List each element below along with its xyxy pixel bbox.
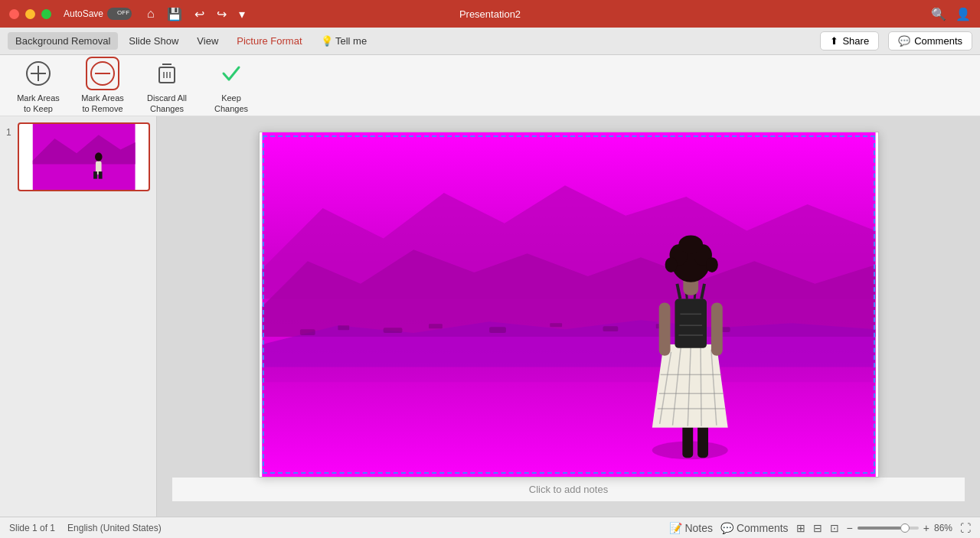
mark-remove-icon bbox=[86, 57, 119, 90]
more-icon[interactable]: ▾ bbox=[239, 7, 245, 21]
menu-background-removal[interactable]: Background Removal bbox=[8, 32, 118, 50]
svg-rect-42 bbox=[675, 299, 707, 348]
canvas-area: Click to add notes bbox=[157, 116, 980, 517]
discard-icon bbox=[150, 57, 184, 90]
zoom-slider-thumb[interactable] bbox=[900, 523, 910, 533]
slide-number: 1 bbox=[6, 122, 11, 138]
svg-rect-15 bbox=[98, 171, 102, 179]
account-icon[interactable]: 👤 bbox=[956, 7, 971, 21]
slide-thumbnail[interactable] bbox=[18, 122, 150, 191]
svg-rect-50 bbox=[658, 303, 670, 356]
notes-button[interactable]: 📝 Notes bbox=[669, 522, 713, 534]
lightbulb-icon: 💡 bbox=[321, 35, 333, 47]
svg-point-58 bbox=[706, 257, 718, 272]
svg-rect-27 bbox=[603, 326, 618, 331]
svg-point-12 bbox=[95, 152, 103, 161]
svg-rect-25 bbox=[489, 327, 506, 333]
comment-icon: 💬 bbox=[898, 35, 910, 47]
statusbar: Slide 1 of 1 English (United States) 📝 N… bbox=[0, 517, 980, 538]
autosave-control: AutoSave bbox=[64, 8, 132, 20]
minimize-button[interactable] bbox=[25, 9, 35, 19]
view-grid-icon[interactable]: ⊟ bbox=[813, 522, 822, 534]
fit-page-icon[interactable]: ⛶ bbox=[960, 522, 971, 534]
mark-keep-label: Mark Areasto Keep bbox=[17, 93, 60, 113]
comments-button[interactable]: 💬 Comments bbox=[888, 31, 972, 51]
svg-rect-20 bbox=[262, 367, 875, 477]
share-button[interactable]: ⬆ Share bbox=[820, 31, 879, 51]
svg-rect-23 bbox=[383, 328, 402, 333]
view-normal-icon[interactable]: ⊞ bbox=[796, 522, 805, 534]
zoom-level: 86% bbox=[934, 523, 952, 533]
tool-discard[interactable]: Discard AllChanges bbox=[144, 57, 190, 113]
zoom-slider[interactable] bbox=[858, 527, 919, 530]
tool-mark-keep[interactable]: Mark Areasto Keep bbox=[15, 57, 61, 113]
zoom-out-icon[interactable]: − bbox=[847, 522, 853, 534]
svg-point-57 bbox=[665, 257, 677, 272]
menu-slide-show[interactable]: Slide Show bbox=[121, 32, 186, 50]
maximize-button[interactable] bbox=[41, 9, 51, 19]
svg-line-37 bbox=[701, 347, 701, 426]
titlebar: AutoSave ⌂ 💾 ↩ ↪ ▾ Presentation2 🔍 👤 bbox=[0, 0, 980, 28]
language-info: English (United States) bbox=[67, 523, 162, 533]
slide-canvas[interactable] bbox=[259, 132, 879, 478]
window-title: Presentation2 bbox=[459, 8, 521, 20]
zoom-in-icon[interactable]: + bbox=[923, 522, 929, 534]
window-controls[interactable] bbox=[9, 9, 51, 19]
titlebar-nav-icons: ⌂ 💾 ↩ ↪ ▾ bbox=[147, 7, 245, 21]
zoom-slider-fill bbox=[858, 527, 902, 530]
slide-content bbox=[260, 132, 878, 477]
menu-tell-me[interactable]: 💡 Tell me bbox=[313, 32, 375, 50]
svg-rect-51 bbox=[710, 303, 722, 356]
main-area: 1 bbox=[0, 116, 980, 517]
svg-rect-22 bbox=[338, 325, 349, 330]
titlebar-right: 🔍 👤 bbox=[931, 7, 971, 21]
svg-rect-24 bbox=[429, 324, 443, 328]
undo-icon[interactable]: ↩ bbox=[194, 7, 204, 21]
save-icon[interactable]: 💾 bbox=[167, 7, 182, 21]
home-icon[interactable]: ⌂ bbox=[147, 7, 155, 21]
zoom-control: − + 86% bbox=[847, 522, 952, 534]
search-icon[interactable]: 🔍 bbox=[931, 7, 946, 21]
redo-icon[interactable]: ↪ bbox=[217, 7, 227, 21]
statusbar-right: 📝 Notes 💬 Comments ⊞ ⊟ ⊡ − + 86% ⛶ bbox=[669, 522, 971, 534]
menubar-right: ⬆ Share 💬 Comments bbox=[820, 31, 972, 51]
comments-status-button[interactable]: 💬 Comments bbox=[720, 522, 789, 534]
discard-label: Discard AllChanges bbox=[147, 93, 187, 113]
tool-mark-remove[interactable]: Mark Areasto Remove bbox=[80, 57, 126, 113]
slide-info: Slide 1 of 1 bbox=[9, 523, 55, 533]
slide-image bbox=[260, 132, 878, 477]
svg-rect-21 bbox=[299, 329, 315, 335]
toolbar: Mark Areasto Keep Mark Areasto Remove Di… bbox=[0, 55, 980, 116]
titlebar-controls: AutoSave ⌂ 💾 ↩ ↪ ▾ bbox=[64, 7, 245, 21]
svg-rect-26 bbox=[550, 323, 562, 327]
slide-panel: 1 bbox=[0, 116, 157, 517]
svg-point-56 bbox=[678, 236, 703, 254]
view-reading-icon[interactable]: ⊡ bbox=[830, 522, 839, 534]
mark-remove-label: Mark Areasto Remove bbox=[81, 93, 124, 113]
svg-rect-14 bbox=[93, 171, 97, 179]
share-icon: ⬆ bbox=[830, 35, 838, 47]
tool-keep-changes[interactable]: KeepChanges bbox=[208, 57, 254, 113]
slide-thumbnail-row: 1 bbox=[6, 122, 150, 191]
close-button[interactable] bbox=[9, 9, 19, 19]
menu-picture-format[interactable]: Picture Format bbox=[229, 32, 309, 50]
keep-changes-label: KeepChanges bbox=[214, 93, 248, 113]
mark-keep-icon bbox=[21, 57, 55, 90]
autosave-toggle[interactable] bbox=[107, 8, 132, 20]
menubar: Background Removal Slide Show View Pictu… bbox=[0, 28, 980, 55]
keep-changes-icon bbox=[214, 57, 248, 90]
notes-placeholder[interactable]: Click to add notes bbox=[172, 478, 965, 501]
menu-view[interactable]: View bbox=[189, 32, 226, 50]
autosave-label: AutoSave bbox=[64, 8, 103, 19]
